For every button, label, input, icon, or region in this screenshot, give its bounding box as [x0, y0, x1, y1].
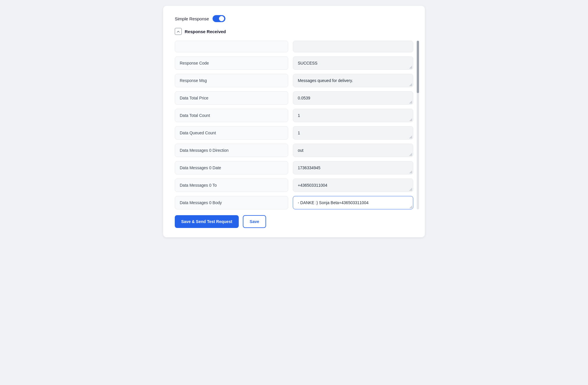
main-container: Simple Response Response Received Respon…	[163, 6, 425, 237]
resize-handle	[409, 101, 412, 104]
resize-handle	[409, 170, 412, 173]
table-row: Data Queued Count1	[175, 126, 413, 140]
table-row: Data Messages 0 To+436503311004	[175, 179, 413, 192]
resize-handle	[409, 153, 412, 156]
field-label: Data Total Price	[175, 91, 288, 105]
response-received-header: Response Received	[175, 28, 413, 35]
field-value[interactable]: - DANKE :) Sonja Beta+436503311004	[293, 196, 413, 209]
table-row: Data Messages 0 Date1736334945	[175, 161, 413, 174]
field-value[interactable]: 1	[293, 109, 413, 122]
save-button[interactable]: Save	[243, 215, 266, 228]
scrollbar-track[interactable]	[417, 41, 419, 209]
partial-row-top	[175, 41, 413, 52]
fields-list: Response CodeSUCCESSResponse MsgMessages…	[175, 56, 413, 209]
resize-handle	[409, 66, 412, 69]
field-value[interactable]: 1	[293, 126, 413, 140]
field-value[interactable]: +436503311004	[293, 179, 413, 192]
partial-label	[175, 41, 288, 52]
field-value[interactable]: 1736334945	[293, 161, 413, 174]
button-row: Save & Send Test Request Save	[175, 215, 413, 228]
field-value[interactable]: SUCCESS	[293, 56, 413, 70]
field-label: Response Code	[175, 56, 288, 70]
field-label: Data Queued Count	[175, 126, 288, 140]
simple-response-toggle[interactable]	[213, 15, 225, 22]
table-row: Data Total Price0.0539	[175, 91, 413, 105]
simple-response-label: Simple Response	[175, 16, 209, 21]
save-send-button[interactable]: Save & Send Test Request	[175, 215, 239, 228]
response-received-label: Response Received	[185, 29, 226, 34]
resize-handle	[409, 118, 412, 121]
resize-handle	[409, 136, 412, 138]
table-row: Response MsgMessages queued for delivery…	[175, 74, 413, 87]
resize-handle	[409, 188, 412, 191]
field-label: Data Messages 0 To	[175, 179, 288, 192]
field-label: Data Messages 0 Body	[175, 196, 288, 209]
field-value[interactable]: out	[293, 144, 413, 157]
scrollbar-thumb[interactable]	[417, 41, 419, 93]
fields-container: Response CodeSUCCESSResponse MsgMessages…	[175, 41, 413, 209]
field-label: Response Msg	[175, 74, 288, 87]
resize-handle	[409, 205, 412, 208]
field-label: Data Messages 0 Direction	[175, 144, 288, 157]
table-row: Data Messages 0 Directionout	[175, 144, 413, 157]
resize-handle	[409, 83, 412, 86]
toggle-slider	[213, 15, 225, 22]
partial-value	[293, 41, 413, 52]
field-label: Data Messages 0 Date	[175, 161, 288, 174]
table-row: Data Messages 0 Body- DANKE :) Sonja Bet…	[175, 196, 413, 209]
table-row: Data Total Count1	[175, 109, 413, 122]
simple-response-section: Simple Response	[175, 15, 413, 22]
table-row: Response CodeSUCCESS	[175, 56, 413, 70]
collapse-button[interactable]	[175, 28, 182, 35]
field-label: Data Total Count	[175, 109, 288, 122]
field-value[interactable]: Messages queued for delivery.	[293, 74, 413, 87]
field-value[interactable]: 0.0539	[293, 91, 413, 105]
